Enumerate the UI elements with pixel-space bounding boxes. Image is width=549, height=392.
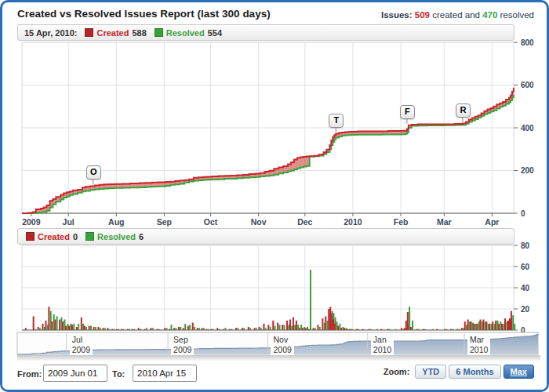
flag-marker-r[interactable]: R [456,103,471,118]
charts-canvas[interactable]: 02004006008002009JulAugSepOctNovDec2010F… [2,2,547,390]
zoom-group: Zoom: YTD 6 Months Max [384,365,534,379]
svg-text:0: 0 [521,209,525,218]
navigator-shadow [17,355,540,361]
svg-text:400: 400 [521,124,534,132]
svg-text:Dec: Dec [297,217,312,227]
zoom-max-button[interactable]: Max [504,365,534,379]
svg-text:Nov: Nov [251,217,267,227]
svg-text:Mar: Mar [437,217,452,227]
navigator-label: Jan 2010 [371,335,394,355]
svg-text:Apr: Apr [485,217,499,227]
svg-text:40: 40 [521,284,530,292]
footer-row: From: To: Zoom: YTD 6 Months Max [2,361,547,390]
from-label: From: [17,369,42,379]
svg-text:Oct: Oct [204,217,218,227]
to-date-input[interactable] [133,365,197,382]
zoom-label: Zoom: [384,367,410,376]
svg-text:80: 80 [521,241,530,250]
svg-text:Aug: Aug [108,217,124,227]
navigator-label: Jul 2009 [70,335,93,355]
svg-text:Jul: Jul [63,217,75,227]
svg-text:Sep: Sep [157,217,172,227]
svg-text:600: 600 [521,81,534,89]
zoom-6months-button[interactable]: 6 Months [449,365,500,379]
svg-text:60: 60 [521,263,530,271]
svg-text:2009: 2009 [22,217,41,227]
flag-marker-o[interactable]: O [86,165,101,180]
svg-text:Feb: Feb [394,217,409,227]
svg-text:20: 20 [521,305,530,314]
navigator-label: Sep 2009 [171,335,194,355]
report-card: Created vs Resolved Issues Report (last … [0,0,549,392]
flag-marker-f[interactable]: F [400,105,415,119]
from-date-input[interactable] [43,365,107,382]
flag-marker-t[interactable]: T [329,114,344,128]
zoom-ytd-button[interactable]: YTD [415,365,446,379]
svg-text:800: 800 [521,38,534,47]
to-label: To: [112,369,125,379]
navigator-label: Nov 2009 [271,335,293,355]
svg-text:200: 200 [521,166,534,175]
navigator-label: Mar 2010 [467,335,490,355]
svg-text:2010: 2010 [344,217,362,227]
